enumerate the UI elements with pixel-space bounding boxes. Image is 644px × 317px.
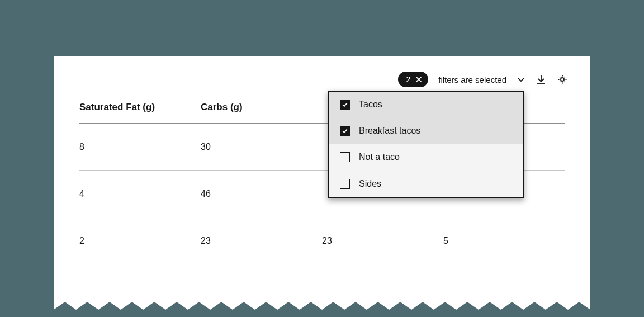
cell: 2 bbox=[79, 236, 201, 246]
cell: 46 bbox=[201, 189, 322, 199]
cell: 4 bbox=[79, 189, 201, 199]
cell: 23 bbox=[322, 236, 443, 246]
filter-option[interactable]: Breakfast tacos bbox=[329, 118, 523, 144]
checkbox-icon bbox=[340, 152, 350, 162]
svg-point-4 bbox=[561, 78, 564, 81]
checkbox-icon bbox=[340, 179, 350, 189]
clear-filters-icon[interactable] bbox=[415, 75, 423, 83]
chevron-down-icon[interactable] bbox=[517, 75, 525, 84]
filter-option-label: Sides bbox=[359, 179, 381, 189]
filter-option-label: Tacos bbox=[359, 100, 382, 110]
badge-count: 2 bbox=[406, 75, 410, 84]
content-card: 2 filters are selected Saturated Fat (g)… bbox=[54, 56, 590, 317]
table-row: 2 23 23 5 bbox=[79, 217, 565, 264]
cell: 5 bbox=[443, 236, 565, 246]
gear-icon[interactable] bbox=[557, 74, 568, 85]
filter-option-label: Breakfast tacos bbox=[359, 126, 420, 136]
download-icon[interactable] bbox=[536, 74, 547, 85]
cell: 8 bbox=[79, 142, 201, 152]
cell: 23 bbox=[201, 236, 322, 246]
col-header[interactable]: Saturated Fat (g) bbox=[79, 102, 201, 113]
cell: 30 bbox=[201, 142, 322, 152]
filter-toolbar: 2 filters are selected bbox=[398, 72, 568, 87]
col-header[interactable]: Carbs (g) bbox=[201, 102, 322, 113]
filter-option[interactable]: Sides bbox=[329, 171, 523, 197]
checkbox-icon bbox=[340, 126, 350, 136]
selected-count-badge[interactable]: 2 bbox=[398, 72, 428, 87]
filter-option[interactable]: Tacos bbox=[329, 92, 523, 118]
filter-option[interactable]: Not a taco bbox=[329, 144, 523, 171]
filter-dropdown-panel: Tacos Breakfast tacos Not a taco Sides bbox=[328, 91, 524, 198]
zigzag-torn-edge bbox=[54, 302, 590, 317]
filters-label: filters are selected bbox=[438, 75, 506, 84]
checkbox-icon bbox=[340, 100, 350, 110]
filter-option-label: Not a taco bbox=[359, 152, 400, 162]
